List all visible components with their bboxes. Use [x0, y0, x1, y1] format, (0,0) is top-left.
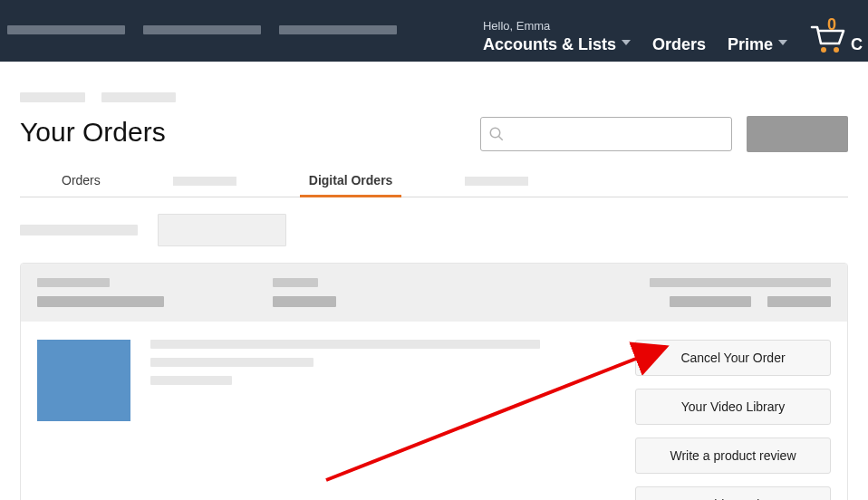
nav-greeting: Hello, Emma — [483, 19, 631, 34]
order-card-body: Cancel Your Order Your Video Library Wri… — [21, 322, 847, 500]
tab-placeholder[interactable] — [169, 166, 240, 197]
page-title: Your Orders — [20, 117, 166, 148]
svg-line-3 — [498, 136, 503, 140]
write-review-button[interactable]: Write a product review — [635, 438, 831, 474]
filter-placeholder — [20, 225, 138, 236]
nav-prime-label: Prime — [728, 34, 773, 55]
product-info — [150, 340, 615, 500]
archive-order-button[interactable]: Archive order — [635, 486, 831, 500]
page-content: Your Orders Orders Digital Orders — [0, 62, 868, 500]
order-tabs: Orders Digital Orders — [20, 166, 848, 197]
nav-accounts-label: Accounts & Lists — [483, 34, 616, 55]
chevron-down-icon — [622, 40, 631, 45]
order-header-col — [650, 278, 831, 307]
breadcrumb-placeholder — [20, 92, 85, 102]
nav-prime[interactable]: Prime — [728, 34, 787, 55]
nav-placeholder — [7, 25, 125, 34]
cart-label: C — [851, 35, 863, 54]
filter-row — [20, 214, 848, 246]
order-card: Cancel Your Order Your Video Library Wri… — [20, 263, 848, 500]
breadcrumb-placeholder — [101, 92, 176, 102]
order-card-header — [21, 264, 847, 322]
order-header-col — [273, 278, 336, 307]
cancel-order-button[interactable]: Cancel Your Order — [635, 340, 831, 376]
chevron-down-icon — [778, 40, 787, 45]
video-library-button[interactable]: Your Video Library — [635, 389, 831, 425]
order-header-col — [37, 278, 164, 307]
tab-digital-orders[interactable]: Digital Orders — [305, 166, 397, 197]
tab-placeholder[interactable] — [461, 166, 532, 197]
svg-point-2 — [490, 128, 500, 138]
order-actions: Cancel Your Order Your Video Library Wri… — [635, 340, 831, 500]
search-icon — [488, 126, 505, 142]
svg-point-0 — [821, 47, 826, 53]
tab-orders[interactable]: Orders — [58, 166, 104, 197]
nav-orders[interactable]: Orders — [652, 34, 706, 55]
nav-cart[interactable]: 0 C — [809, 22, 868, 54]
breadcrumb — [20, 92, 848, 102]
orders-search-input[interactable] — [480, 117, 732, 151]
svg-point-1 — [834, 47, 839, 53]
product-thumbnail[interactable] — [37, 340, 130, 421]
nav-orders-label: Orders — [652, 34, 706, 55]
filter-dropdown[interactable] — [158, 214, 286, 246]
nav-placeholder — [279, 25, 397, 34]
nav-accounts-lists[interactable]: Hello, Emma Accounts & Lists — [483, 19, 631, 54]
nav-placeholder — [143, 25, 261, 34]
orders-search-button[interactable] — [747, 116, 848, 152]
top-navbar: Hello, Emma Accounts & Lists Orders Prim… — [0, 0, 868, 62]
